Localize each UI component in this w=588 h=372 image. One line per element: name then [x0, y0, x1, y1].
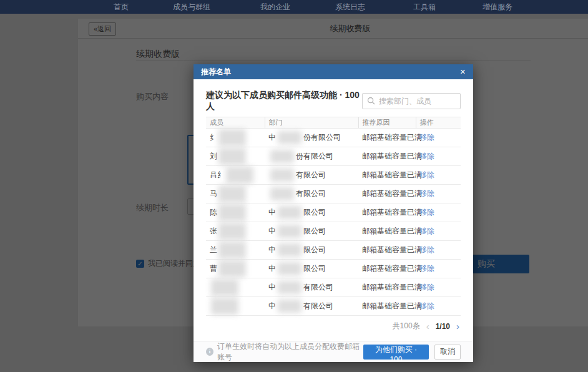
department-cell: 中限公司 — [265, 260, 358, 278]
table-row: 中有限公司 邮箱基础容量已满 移除 — [206, 278, 461, 297]
blurred-dept — [278, 243, 301, 257]
nav-item[interactable]: 我的企业 — [260, 0, 290, 14]
nav-item[interactable]: 系统日志 — [335, 0, 365, 14]
table-row: 中有限公司 邮箱基础容量已满 移除 — [206, 297, 461, 316]
reason-cell: 邮箱基础容量已满 — [358, 166, 416, 185]
table-row: 刘 份有限公司 邮箱基础容量已满 移除 — [206, 147, 461, 166]
blurred-dept — [278, 131, 301, 144]
dept-suffix: 份有限公司 — [303, 133, 341, 142]
column-action: 操作 — [416, 117, 461, 129]
member-cell — [206, 278, 265, 297]
member-name: 刘 — [210, 152, 217, 160]
member-cell: 纟 — [206, 129, 265, 147]
department-cell: 中限公司 — [265, 203, 358, 222]
table-row: 曹 中限公司 邮箱基础容量已满 移除 — [206, 260, 461, 278]
dept-suffix: 有限公司 — [296, 189, 326, 198]
cancel-button[interactable]: 取消 — [434, 345, 461, 360]
dept-prefix: 中 — [268, 208, 276, 217]
action-cell: 移除 — [416, 147, 461, 166]
member-name: 吕纟 — [210, 170, 225, 179]
remove-link[interactable]: 移除 — [419, 208, 434, 217]
dept-prefix: 中 — [268, 283, 276, 291]
remove-link[interactable]: 移除 — [419, 152, 434, 160]
member-name: 张 — [210, 227, 217, 235]
close-icon[interactable]: ✕ — [460, 69, 466, 76]
remove-link[interactable]: 移除 — [419, 170, 434, 179]
dept-suffix: 限公司 — [303, 208, 326, 217]
dept-prefix: 中 — [268, 264, 276, 273]
blurred-name — [218, 185, 246, 202]
total-count: 共100条 — [393, 321, 420, 331]
table-row: 陈 中限公司 邮箱基础容量已满 移除 — [206, 203, 461, 222]
department-cell: 中有限公司 — [265, 278, 358, 297]
reason-cell: 邮箱基础容量已满 — [358, 222, 416, 241]
remove-link[interactable]: 移除 — [419, 301, 434, 310]
nav-item[interactable]: 成员与群组 — [173, 0, 210, 14]
remove-link[interactable]: 移除 — [419, 227, 434, 235]
department-cell: 中限公司 — [265, 222, 358, 241]
table-row: 张 中限公司 邮箱基础容量已满 移除 — [206, 222, 461, 241]
department-cell: 中份有限公司 — [265, 129, 358, 147]
modal-header: 推荐名单 ✕ — [194, 64, 473, 79]
blurred-dept — [278, 262, 301, 275]
prev-page-icon[interactable]: ‹ — [426, 321, 429, 331]
modal-footer: i 订单生效时将自动为以上成员分配收费邮箱账号 为他们购买 · 100 取消 — [194, 341, 473, 362]
table-row: 吕纟 有限公司 邮箱基础容量已满 移除 — [206, 166, 461, 185]
table-row: 马 有限公司 邮箱基础容量已满 移除 — [206, 185, 461, 203]
blurred-name — [211, 279, 238, 296]
search-icon — [367, 97, 375, 105]
blurred-name — [218, 204, 246, 221]
info-icon: i — [206, 348, 213, 356]
nav-item[interactable]: 首页 — [114, 0, 129, 14]
remove-link[interactable]: 移除 — [419, 283, 434, 291]
table-row: 纟 中份有限公司 邮箱基础容量已满 移除 — [206, 129, 461, 147]
search-input[interactable] — [362, 93, 461, 109]
nav-item[interactable]: 增值服务 — [483, 0, 512, 14]
blurred-dept — [278, 225, 301, 238]
member-name: 纟 — [210, 133, 217, 142]
footer-note: 订单生效时将自动为以上成员分配收费邮箱账号 — [217, 341, 363, 363]
member-name: 曹 — [210, 264, 217, 273]
department-cell: 有限公司 — [265, 166, 358, 185]
pagination: 共100条 ‹ 1/10 › — [206, 321, 461, 331]
top-nav: 首页成员与群组我的企业系统日志工具箱增值服务 — [0, 0, 588, 14]
next-page-icon[interactable]: › — [456, 321, 459, 331]
blurred-dept — [278, 300, 301, 313]
recommend-list-modal: 推荐名单 ✕ 建议为以下成员购买邮件高级功能 · 100人 成员 — [194, 64, 473, 362]
screen: 首页成员与群组我的企业系统日志工具箱增值服务 «返回 续期收费版 续期收费版 购… — [0, 0, 588, 372]
dept-suffix: 限公司 — [303, 245, 326, 254]
buy-for-them-button[interactable]: 为他们购买 · 100 — [363, 345, 429, 360]
action-cell: 移除 — [416, 241, 461, 260]
action-cell: 移除 — [416, 260, 461, 278]
action-cell: 移除 — [416, 203, 461, 222]
action-cell: 移除 — [416, 185, 461, 203]
reason-cell: 邮箱基础容量已满 — [358, 278, 416, 297]
remove-link[interactable]: 移除 — [419, 245, 434, 254]
dept-suffix: 限公司 — [303, 264, 326, 273]
member-cell: 马 — [206, 185, 265, 203]
member-table: 成员 部门 推荐原因 操作 纟 中份有限公司 邮箱基础容量已满 移除 刘 — [206, 117, 461, 316]
dept-prefix: 中 — [268, 301, 276, 310]
member-cell: 曹 — [206, 260, 265, 278]
remove-link[interactable]: 移除 — [419, 133, 434, 142]
member-cell: 刘 — [206, 147, 265, 166]
action-cell: 移除 — [416, 297, 461, 316]
table-header-row: 成员 部门 推荐原因 操作 — [206, 117, 461, 129]
remove-link[interactable]: 移除 — [419, 189, 434, 198]
action-cell: 移除 — [416, 166, 461, 185]
member-name: 兰 — [210, 245, 217, 254]
blurred-name — [218, 260, 246, 277]
blurred-dept — [278, 206, 301, 219]
current-page: 1/10 — [436, 322, 450, 331]
table-row: 兰 中限公司 邮箱基础容量已满 移除 — [206, 241, 461, 260]
member-cell: 兰 — [206, 241, 265, 260]
modal-body: 建议为以下成员购买邮件高级功能 · 100人 成员 部门 推荐原因 — [194, 79, 473, 341]
dept-suffix: 有限公司 — [303, 283, 333, 291]
reason-cell: 邮箱基础容量已满 — [358, 297, 416, 316]
dept-prefix: 中 — [268, 245, 276, 254]
blurred-dept — [270, 187, 294, 200]
nav-item[interactable]: 工具箱 — [413, 0, 436, 14]
search-box — [362, 93, 461, 109]
blurred-name — [211, 298, 238, 315]
remove-link[interactable]: 移除 — [419, 264, 434, 273]
